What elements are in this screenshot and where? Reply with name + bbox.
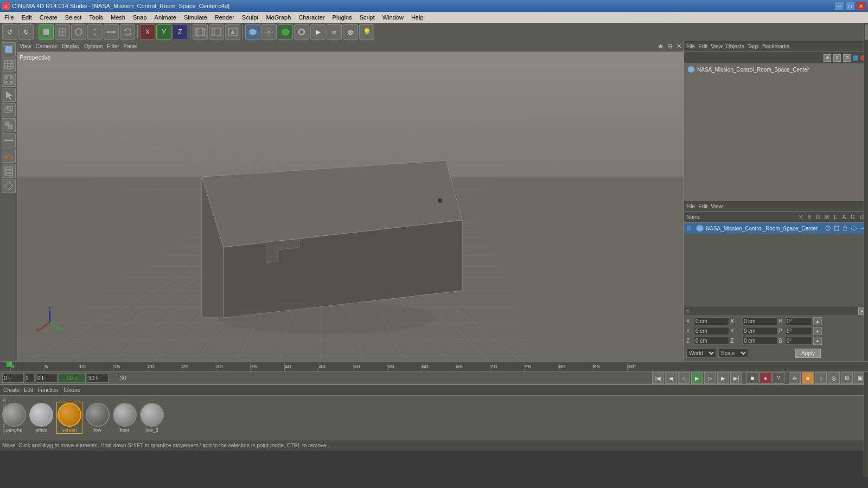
menu-snap[interactable]: Snap	[130, 13, 150, 22]
item-tag-icon[interactable]	[851, 225, 857, 232]
scrollbar-thumb[interactable]	[865, 24, 868, 40]
coord-x-arrow[interactable]: ▲	[813, 317, 822, 325]
loop-button[interactable]: ∞	[327, 24, 342, 40]
viewport-collapse-icon[interactable]: ⊟	[667, 43, 672, 50]
attr-item-row[interactable]: NASA_Mission_Control_Room_Space_Center	[684, 223, 868, 234]
frame-step-input[interactable]	[25, 373, 35, 383]
z-axis-button[interactable]: Z	[173, 24, 188, 40]
viewport-close-icon[interactable]: ✕	[676, 43, 681, 50]
help-button[interactable]: ?	[773, 372, 784, 384]
left-tool-grid[interactable]	[2, 57, 16, 72]
go-end-button[interactable]: ▶|	[730, 372, 742, 384]
coord-y-input[interactable]	[694, 327, 729, 335]
menu-simulate[interactable]: Simulate	[181, 13, 210, 22]
viewport-expand-icon[interactable]: ⊕	[658, 43, 663, 50]
frame-end-input[interactable]	[87, 373, 108, 383]
menu-help[interactable]: Help	[408, 13, 427, 22]
material-office[interactable]: office	[29, 403, 53, 433]
record-active-button[interactable]: ●	[760, 372, 771, 384]
y-axis-button[interactable]: Y	[156, 24, 171, 40]
maximize-button[interactable]: □	[845, 2, 855, 10]
viewport-menu-options[interactable]: Options	[84, 43, 103, 49]
model-mode-button[interactable]	[39, 24, 54, 40]
panel-settings-icon[interactable]: ⚙	[843, 54, 851, 62]
panel-search-icon[interactable]: ⊕	[824, 54, 831, 62]
menu-edit[interactable]: Edit	[18, 13, 35, 22]
render-picture-button[interactable]	[225, 24, 240, 40]
material-screen[interactable]: screen	[56, 402, 82, 434]
rotate-tool-button[interactable]	[120, 24, 135, 40]
frame-end-display[interactable]: 90 F	[59, 373, 86, 383]
coord-world-dropdown[interactable]: World Object	[686, 349, 716, 358]
left-tool-box2[interactable]	[2, 118, 16, 132]
menu-mograph[interactable]: MoGraph	[263, 13, 294, 22]
left-tool-diamond[interactable]	[2, 179, 16, 193]
viewport-menu-view[interactable]: View	[20, 43, 31, 49]
obj-menu-tags[interactable]: Tags	[748, 43, 759, 49]
coord-p-input[interactable]	[785, 327, 812, 335]
title-bar-controls[interactable]: ─ □ ✕	[834, 2, 866, 10]
frame-current-input[interactable]	[2, 373, 24, 383]
menu-script[interactable]: Script	[356, 13, 378, 22]
mat-menu-create[interactable]: Create	[3, 387, 20, 393]
ring-anim-button[interactable]: ◎	[828, 372, 840, 384]
viewport-menu-display[interactable]: Display	[62, 43, 80, 49]
obj-menu-file[interactable]: File	[686, 43, 695, 49]
menu-tools[interactable]: Tools	[86, 13, 106, 22]
timeline-ruler[interactable]: 0 5 10 15 20 25 30 35 40 45 50 55 60 65 …	[0, 361, 868, 372]
mat-menu-texture[interactable]: Texture	[63, 387, 81, 393]
undo-button[interactable]: ↺	[2, 24, 17, 40]
item-visibility-icon[interactable]	[825, 225, 831, 232]
viewport-canvas[interactable]: Perspective Y X Z	[17, 52, 684, 361]
ring-button[interactable]	[294, 24, 309, 40]
left-tool-measure[interactable]	[2, 133, 16, 147]
viewport-menu-filter[interactable]: Filter	[107, 43, 119, 49]
material-floor[interactable]: floor	[113, 403, 137, 433]
texture-mode-button[interactable]	[55, 24, 70, 40]
next-frame-button[interactable]: ▶	[717, 372, 729, 384]
prev-key-button[interactable]: ◁	[678, 372, 690, 384]
mat-menu-function[interactable]: Function	[37, 387, 58, 393]
obj-menu-edit[interactable]: Edit	[698, 43, 707, 49]
object-item[interactable]: NASA_Mission_Control_Room_Space_Center	[684, 64, 868, 75]
attr-menu-view[interactable]: View	[711, 203, 723, 209]
cube-object-button[interactable]	[245, 24, 260, 40]
menu-plugins[interactable]: Plugins	[329, 13, 355, 22]
scale-tool-button[interactable]	[104, 24, 119, 40]
item-lock-icon[interactable]	[842, 225, 848, 232]
frame-marker[interactable]	[7, 362, 12, 367]
coord-scale-dropdown[interactable]: Scale Size	[718, 349, 748, 358]
menu-file[interactable]: File	[1, 13, 17, 22]
menu-window[interactable]: Window	[379, 13, 407, 22]
play-forward-button[interactable]: ▶	[310, 24, 326, 40]
material-low[interactable]: low	[86, 403, 110, 433]
record-button[interactable]: ⏺	[746, 372, 758, 384]
light-button[interactable]: 💡	[359, 24, 374, 40]
left-tool-select[interactable]	[2, 88, 16, 102]
viewport-menu-cameras[interactable]: Cameras	[36, 43, 58, 49]
3d-viewport[interactable]	[17, 52, 684, 361]
menu-select[interactable]: Select	[62, 13, 85, 22]
orange-sq-button[interactable]: ■	[802, 372, 814, 384]
mat-menu-edit[interactable]: Edit	[24, 387, 33, 393]
coord-x-input[interactable]	[694, 317, 729, 325]
coord-y-arrow[interactable]: ▲	[813, 327, 822, 335]
frame-start-input[interactable]	[36, 373, 58, 383]
glasses-button[interactable]: ⊗	[343, 24, 358, 40]
redo-button[interactable]: ↻	[18, 24, 34, 40]
apply-button[interactable]: Apply	[795, 349, 821, 358]
object-list[interactable]: NASA_Mission_Control_Room_Space_Center	[684, 64, 868, 201]
left-tool-layers[interactable]	[2, 164, 16, 178]
coord-z-size-input[interactable]	[742, 337, 777, 345]
menu-character[interactable]: Character	[295, 13, 328, 22]
prev-frame-button[interactable]: ◀	[665, 372, 677, 384]
menu-animate[interactable]: Animate	[151, 13, 180, 22]
go-start-button[interactable]: |◀	[652, 372, 664, 384]
left-tool-cube[interactable]	[2, 42, 16, 56]
item-render-icon[interactable]	[833, 225, 840, 232]
next-key-button[interactable]: ▷	[704, 372, 716, 384]
attr-menu-file[interactable]: File	[686, 203, 695, 209]
grid-anim-button[interactable]: ⊞	[841, 372, 853, 384]
attr-menu-edit[interactable]: Edit	[698, 203, 707, 209]
green-sphere-button[interactable]	[278, 24, 293, 40]
